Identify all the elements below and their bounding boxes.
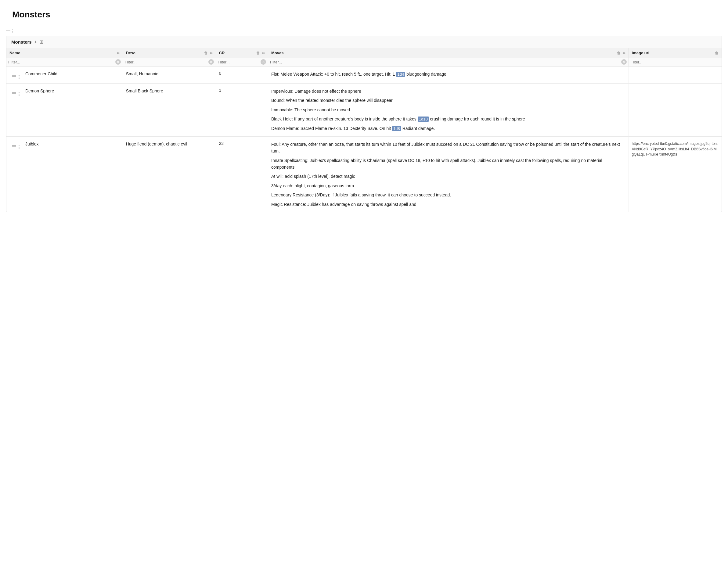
col-label-name: Name [9,51,115,55]
col-resize-cr-icon[interactable]: ⇔ [262,51,265,55]
view-toggle-button[interactable]: ⊞ [40,39,43,45]
move-paragraph: Fist: Melee Weapon Attack: +0 to hit, re… [271,71,625,78]
monster-cr: 1 [219,88,222,93]
cell-name: Commoner Child [6,66,123,84]
page-title: Monsters [0,0,728,26]
filter-clear-desc[interactable]: ✕ [208,59,214,65]
page-container: Monsters Monsters + ⊞ Name ⇔ [0,0,728,224]
col-header-desc: Desc 🗑 ⇔ [123,48,216,58]
cell-imgurl [628,66,722,84]
row-menu-button[interactable] [19,145,20,149]
col-header-name: Name ⇔ [6,48,123,58]
col-header-moves: Moves 🗑 ⇔ [268,48,629,58]
filter-clear-cr[interactable]: ✕ [261,59,266,65]
col-delete-imgurl-icon[interactable]: 🗑 [715,51,719,55]
move-paragraph: Black Hole: If any part of another creat… [271,115,625,123]
col-delete-cr-icon[interactable]: 🗑 [256,51,260,55]
cell-imgurl [628,84,722,137]
col-delete-moves-icon[interactable]: 🗑 [617,51,621,55]
filter-input-moves[interactable] [270,60,620,64]
col-resize-name-icon[interactable]: ⇔ [116,51,120,55]
filter-clear-name[interactable]: ✕ [115,59,121,65]
col-label-desc: Desc [126,51,202,55]
row-controls [9,71,25,79]
monster-cr: 23 [219,141,224,146]
move-paragraph: Magic Resistance: Juiblex has advantage … [271,201,625,208]
row-drag-handle[interactable] [12,92,16,94]
column-headers-row: Name ⇔ Desc 🗑 ⇔ CR [6,48,722,58]
add-column-button[interactable]: + [34,39,37,45]
row-controls [9,141,25,149]
monsters-table: Name ⇔ Desc 🗑 ⇔ CR [6,48,722,212]
cell-moves: Foul: Any creature, other than an ooze, … [268,136,629,212]
filter-cell-moves: ✕ [268,58,629,67]
move-paragraph: Impervious: Damage does not effect the s… [271,88,625,95]
move-paragraph: At will: acid splash (17th level), detec… [271,173,625,180]
image-url-text: https://encrypted-tbn0.gstatic.com/image… [632,141,718,157]
filter-input-name[interactable] [8,60,114,64]
cell-desc: Small, Humanoid [123,66,216,84]
filter-cell-imgurl [628,58,722,67]
col-resize-desc-icon[interactable]: ⇔ [210,51,213,55]
move-paragraph: Foul: Any creature, other than an ooze, … [271,141,625,155]
table-title: Monsters [11,39,32,45]
filter-cell-cr: ✕ [216,58,268,67]
filter-row: ✕ ✕ ✕ [6,58,722,67]
monsters-table-wrapper: Monsters + ⊞ Name ⇔ Desc 🗑 [6,36,722,212]
monster-desc: Small Black Sphere [126,88,163,93]
cell-moves: Impervious: Damage does not effect the s… [268,84,629,137]
row-menu-button[interactable] [19,92,20,96]
cell-imgurl: https://encrypted-tbn0.gstatic.com/image… [628,136,722,212]
sidebar-toggle-icon[interactable] [6,30,10,32]
move-paragraph: Legendary Resistance (3/Day): If Juiblex… [271,191,625,198]
cell-name: Demon Sphere [6,84,123,137]
table-row: Juiblex Huge fiend (demon), chaotic evil… [6,136,722,212]
col-label-imgurl: Image url [632,51,713,55]
move-paragraph: Immovable: The sphere cannot be moved [271,106,625,113]
cell-cr: 0 [216,66,268,84]
cell-cr: 1 [216,84,268,137]
col-delete-desc-icon[interactable]: 🗑 [204,51,208,55]
monster-desc: Small, Humanoid [126,71,159,76]
table-row: Commoner Child Small, Humanoid0Fist: Mel… [6,66,722,84]
col-header-cr: CR 🗑 ⇔ [216,48,268,58]
filter-cell-name: ✕ [6,58,123,67]
monster-name: Juiblex [25,141,39,147]
col-header-imgurl: Image url 🗑 [628,48,722,58]
sidebar-dots-icon[interactable] [12,29,13,33]
table-row: Demon Sphere Small Black Sphere1Impervio… [6,84,722,137]
move-paragraph: Innate Spellcasting: Juiblex's spellcast… [271,157,625,171]
cell-desc: Huge fiend (demon), chaotic evil [123,136,216,212]
cell-name: Juiblex [6,136,123,212]
row-drag-handle[interactable] [12,145,16,147]
monster-name: Commoner Child [25,71,57,76]
cell-desc: Small Black Sphere [123,84,216,137]
filter-input-desc[interactable] [125,60,207,64]
dice-tag: 1d8 [392,126,401,131]
filter-clear-moves[interactable]: ✕ [621,59,627,65]
move-paragraph: Bound: When the related monster dies the… [271,97,625,104]
monster-desc: Huge fiend (demon), chaotic evil [126,141,187,147]
table-body: Commoner Child Small, Humanoid0Fist: Mel… [6,66,722,212]
monster-name: Demon Sphere [25,88,54,93]
dice-tag: 1d10 [418,116,429,122]
filter-input-cr[interactable] [218,60,260,64]
row-drag-handle[interactable] [12,75,16,77]
table-toolbar [0,26,728,36]
move-paragraph: 3/day each: blight, contagion, gaseous f… [271,182,625,189]
col-label-cr: CR [219,51,255,55]
cell-cr: 23 [216,136,268,212]
row-menu-button[interactable] [19,75,20,79]
filter-cell-desc: ✕ [123,58,216,67]
col-label-moves: Moves [271,51,615,55]
cell-moves: Fist: Melee Weapon Attack: +0 to hit, re… [268,66,629,84]
col-resize-moves-icon[interactable]: ⇔ [622,51,625,55]
monster-cr: 0 [219,71,222,76]
filter-input-imgurl[interactable] [631,60,720,64]
row-controls [9,88,25,96]
table-header-bar: Monsters + ⊞ [6,36,722,48]
move-paragraph: Demon Flame: Sacred Flame re-skin. 13 De… [271,125,625,132]
dice-tag: 1d4 [396,72,405,77]
